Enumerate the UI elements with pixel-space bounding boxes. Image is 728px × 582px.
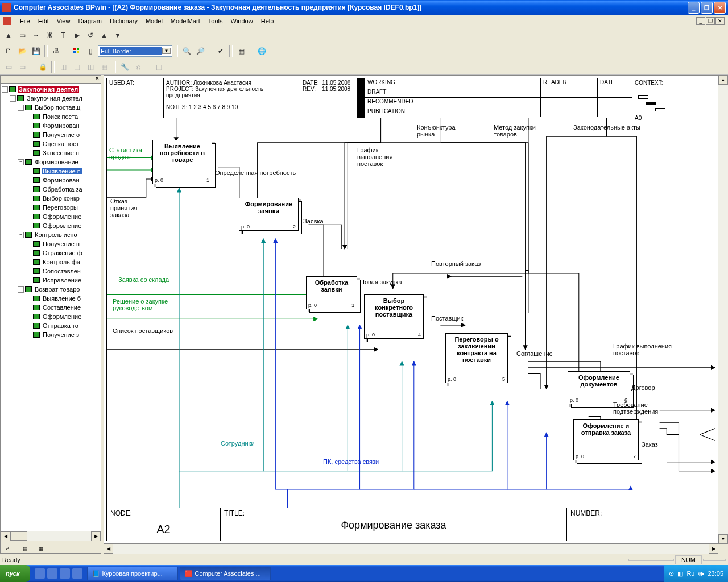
tree-node[interactable]: Контроль фа (42, 259, 81, 265)
arrow-tool[interactable]: → (30, 29, 42, 41)
activity-box-3[interactable]: Обработка заявки p. 03 (306, 276, 357, 309)
tree-node[interactable]: Контроль испо (34, 231, 78, 238)
activity-box-2[interactable]: Формирование заявки p. 02 (239, 198, 299, 231)
ql-icon[interactable] (47, 568, 57, 579)
tree-node[interactable]: Формирование (34, 159, 80, 165)
text-tool[interactable]: T (57, 29, 69, 41)
tree-node[interactable]: Исправление (42, 277, 82, 284)
tree-node[interactable]: Формирован (42, 177, 80, 184)
scroll-right-icon[interactable]: ▶ (709, 544, 718, 554)
activity-box-1[interactable]: Выявление потребности в товаре p. 01 (152, 140, 212, 184)
tree-node[interactable]: Закупочная деятел (26, 95, 84, 102)
start-button[interactable]: пуск (0, 565, 30, 582)
tree-node[interactable]: Оценка пост (42, 140, 80, 147)
pointer-tool[interactable]: ▲ (2, 29, 15, 41)
menu-tools[interactable]: Tools (204, 16, 227, 26)
scroll-down-icon[interactable]: ▼ (718, 534, 728, 544)
tree-hscroll[interactable]: ◀ ▶ (1, 531, 101, 541)
tree-node[interactable]: Получение п (42, 240, 81, 247)
menu-edit[interactable]: Edit (34, 16, 53, 26)
zoom-combo[interactable]: ▼ (98, 45, 172, 57)
taskbar-item[interactable]: 📘 Курсовая проектир... (87, 567, 178, 580)
scroll-left-icon[interactable]: ◀ (104, 544, 113, 554)
zoom-out-button[interactable]: 🔎 (194, 45, 206, 57)
diagram-canvas[interactable]: USED AT: AUTHOR: Ложникова Анастасия PRO… (104, 75, 718, 544)
mdi-minimize-button[interactable]: _ (696, 17, 705, 25)
model-tree[interactable]: −Закупочная деятел −Закупочная деятел −В… (1, 84, 101, 531)
tree-node[interactable]: Формирован (42, 122, 80, 129)
tree-node[interactable]: Получение з (42, 331, 80, 338)
canvas-hscroll[interactable]: ◀ ▶ (104, 544, 718, 554)
tree-node[interactable]: Отражение ф (42, 250, 84, 256)
tree-node[interactable]: Получение о (42, 131, 81, 138)
squiggle-tool[interactable]: ⵥ (43, 29, 56, 41)
tree-node[interactable]: Оформление (42, 313, 82, 320)
zoom-in-button[interactable]: 🔍 (180, 45, 193, 57)
tree-node[interactable]: Оформление (42, 222, 82, 229)
menu-model[interactable]: Model (142, 16, 167, 26)
mm-btn7[interactable]: 🔧 (118, 61, 131, 73)
menu-file[interactable]: File (16, 16, 34, 26)
activity-box-7[interactable]: Оформление и отправка заказа p. 07 (573, 419, 639, 460)
panel-close-button[interactable]: ✕ (1, 76, 101, 84)
tree-node[interactable]: Сопоставлен (42, 268, 82, 275)
zoom-input[interactable] (100, 47, 162, 55)
tree-node[interactable]: Выявление б (42, 295, 82, 302)
tree-node[interactable]: Выбор поставщ (34, 104, 81, 111)
model-explorer-button[interactable]: ▯ (84, 45, 97, 57)
tree-node[interactable]: Занесение п (42, 149, 80, 156)
tree-node[interactable]: Обработка за (42, 186, 84, 193)
new-button[interactable]: 🗋 (2, 45, 15, 57)
menu-diagram[interactable]: Diagram (74, 16, 106, 26)
down-tool[interactable]: ▼ (111, 29, 124, 41)
menu-modelmart[interactable]: ModelMart (167, 16, 204, 26)
tray-icon[interactable]: ⊙ (669, 570, 674, 577)
tab-activities[interactable]: A.. (2, 543, 16, 553)
tree-node[interactable]: Отправка то (42, 322, 80, 329)
menu-dictionary[interactable]: Dictionary (106, 16, 142, 26)
canvas-vscroll[interactable]: ▲ ▼ (718, 75, 728, 544)
report-button[interactable] (71, 45, 83, 57)
activity-box-6[interactable]: Оформление документов p. 06 (568, 371, 630, 404)
tree-node[interactable]: Переговоры (42, 204, 79, 211)
tab-objects[interactable]: ▦ (34, 543, 48, 553)
tray-clock[interactable]: 23:05 (708, 570, 723, 577)
menu-help[interactable]: Help (257, 16, 278, 26)
activity-tool[interactable]: ▭ (16, 29, 28, 41)
activity-box-4[interactable]: Выбор конкретного поставщика p. 04 (364, 294, 424, 339)
ql-icon[interactable] (35, 568, 45, 579)
modelmart-button[interactable]: ▦ (235, 45, 247, 57)
save-button[interactable]: 💾 (30, 45, 42, 57)
spellcheck-button[interactable]: ✔ (214, 45, 227, 57)
scroll-up-icon[interactable]: ▲ (718, 75, 728, 85)
menu-window[interactable]: Window (227, 16, 257, 26)
mdi-close-button[interactable]: ✕ (715, 17, 725, 25)
activity-box-5[interactable]: Переговоры о заключении контракта на пос… (445, 333, 508, 383)
scroll-left-icon[interactable]: ◀ (1, 531, 10, 541)
close-button[interactable]: ✕ (714, 2, 726, 14)
tree-node[interactable]: Составление (42, 304, 82, 311)
world-button[interactable]: 🌐 (255, 45, 268, 57)
mdi-restore-button[interactable]: ❐ (706, 17, 715, 25)
dropdown-icon[interactable]: ▼ (162, 48, 171, 54)
scroll-right-icon[interactable]: ▶ (91, 531, 101, 541)
tab-diagrams[interactable]: ▤ (18, 543, 32, 553)
tree-node-selected[interactable]: Выявление п (42, 168, 82, 174)
print-button[interactable]: 🖶 (50, 45, 63, 57)
tree-root[interactable]: Закупочная деятел (18, 86, 79, 93)
diagram-manager-tool[interactable]: ▶ (71, 29, 83, 41)
tree-node[interactable]: Выбор конкр (42, 195, 81, 202)
tree-node[interactable]: Оформление (42, 213, 82, 220)
tray-icon[interactable]: 🕪 (698, 570, 704, 577)
refresh-tool[interactable]: ↺ (84, 29, 97, 41)
tray-lang[interactable]: Ru (686, 570, 694, 577)
scroll-thumb[interactable] (10, 531, 27, 541)
maximize-button[interactable]: ❐ (701, 2, 713, 14)
minimize-button[interactable]: _ (688, 2, 700, 14)
tray-icon[interactable]: ◧ (677, 570, 683, 577)
diagram-body[interactable]: Выявление потребности в товаре p. 01 Фор… (107, 118, 715, 508)
up-tool[interactable]: ▲ (98, 29, 110, 41)
menu-view[interactable]: View (53, 16, 75, 26)
taskbar-item-active[interactable]: 🟥 Computer Associates ... (180, 567, 271, 580)
ql-icon[interactable] (72, 568, 82, 579)
